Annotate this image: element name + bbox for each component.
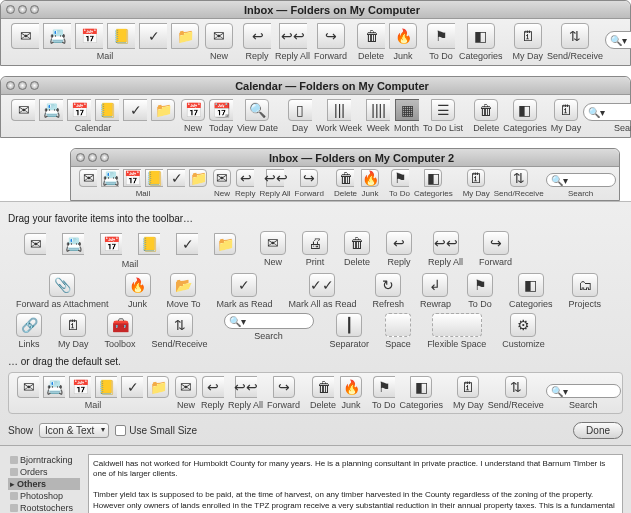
todo-button[interactable]: ⚑To Do — [427, 23, 455, 61]
search-input[interactable] — [627, 35, 631, 46]
close-icon[interactable] — [76, 153, 85, 162]
new-button[interactable]: ✉︎New — [205, 23, 233, 61]
pal-flexible-space[interactable]: Flexible Space — [427, 313, 486, 349]
pal-customize[interactable]: ⚙︎Customize — [502, 313, 545, 349]
folder-item[interactable]: Photoshop — [8, 490, 80, 502]
view-projects-button[interactable]: 📁 — [151, 99, 175, 121]
pal-space[interactable]: Space — [385, 313, 411, 349]
zoom-icon[interactable] — [100, 153, 109, 162]
customize-sheet: Drag your favorite items into the toolba… — [0, 201, 631, 445]
mini-junk[interactable]: 🔥Junk — [361, 169, 379, 198]
search-field[interactable]: 🔍▾ — [583, 103, 631, 121]
pal-mark-all-read[interactable]: ✓✓Mark All as Read — [288, 273, 356, 309]
zoom-icon[interactable] — [30, 81, 39, 90]
pal-forward-attachment[interactable]: 📎Forward as Attachment — [16, 273, 109, 309]
folder-item[interactable]: Orders — [8, 466, 80, 478]
folder-item[interactable]: Bjorntracking — [8, 454, 80, 466]
pal-mail-group[interactable]: ✉︎ 📇 📅 📒 ✓ 📁 Mail — [16, 231, 244, 269]
mini-sendreceive[interactable]: ⇅Send/Receive — [494, 169, 544, 198]
view-address-button[interactable]: 📇 — [39, 99, 63, 121]
view-notes-button[interactable]: 📒 — [107, 23, 135, 49]
pal-mark-read[interactable]: ✓Mark as Read — [216, 273, 272, 309]
junk-button[interactable]: 🔥Junk — [389, 23, 417, 61]
minimize-icon[interactable] — [88, 153, 97, 162]
categories-button[interactable]: ◧Categories — [459, 23, 503, 61]
pal-new[interactable]: ✉︎New — [260, 231, 286, 269]
delete-button[interactable]: 🗑Delete — [357, 23, 385, 61]
minimize-icon[interactable] — [18, 81, 27, 90]
new-button[interactable]: 📅New — [181, 99, 205, 133]
view-date-button[interactable]: 🔍View Date — [237, 99, 278, 133]
view-address-button[interactable]: 📇 — [43, 23, 71, 49]
mini-todo[interactable]: ⚑To Do — [389, 169, 410, 198]
today-button[interactable]: 📆Today — [209, 99, 233, 133]
close-icon[interactable] — [6, 81, 15, 90]
search-input[interactable] — [568, 175, 608, 186]
v-cal[interactable]: 📅 — [123, 169, 141, 187]
minimize-icon[interactable] — [18, 5, 27, 14]
reply-all-button[interactable]: ↩︎↩︎Reply All — [275, 23, 310, 61]
pal-reply-all[interactable]: ↩︎↩︎Reply All — [428, 231, 463, 269]
pal-search[interactable]: 🔍▾ Search — [224, 313, 314, 349]
search-field[interactable]: 🔍▾ — [605, 31, 631, 49]
pal-forward[interactable]: ↪︎Forward — [479, 231, 512, 269]
pal-refresh[interactable]: ↻Refresh — [372, 273, 404, 309]
view-calendar-button[interactable]: 📅 — [67, 99, 91, 121]
view-notes-button[interactable]: 📒 — [95, 99, 119, 121]
search-field[interactable]: 🔍▾ — [546, 173, 616, 187]
v-proj[interactable]: 📁 — [189, 169, 207, 187]
mini-myday[interactable]: 🗓My Day — [463, 169, 490, 198]
pal-reply[interactable]: ↩︎Reply — [386, 231, 412, 269]
mini-reply[interactable]: ↩︎Reply — [235, 169, 255, 198]
view-projects-button[interactable]: 📁 — [171, 23, 199, 49]
pal-toolbox[interactable]: 🧰Toolbox — [105, 313, 136, 349]
pal-delete[interactable]: 🗑Delete — [344, 231, 370, 269]
workweek-button[interactable]: |||Work Week — [316, 99, 362, 133]
view-mail-button[interactable]: ✉︎ — [11, 23, 39, 49]
categories-button[interactable]: ◧Categories — [503, 99, 547, 133]
mini-categories[interactable]: ◧Categories — [414, 169, 453, 198]
forward-button[interactable]: ↪︎Forward — [314, 23, 347, 61]
myday-button[interactable]: 🗓My Day — [551, 99, 582, 133]
done-button[interactable]: Done — [573, 422, 623, 439]
pal-move-to[interactable]: 📂Move To — [167, 273, 201, 309]
default-toolbar-set[interactable]: ✉︎ 📇 📅 📒 ✓ 📁 Mail ✉︎New ↩︎Reply ↩︎↩︎Repl… — [8, 372, 623, 414]
view-calendar-button[interactable]: 📅 — [75, 23, 103, 49]
search-input[interactable] — [605, 107, 631, 118]
todo-list-button[interactable]: ☰To Do List — [423, 99, 463, 133]
delete-button[interactable]: 🗑Delete — [473, 99, 499, 133]
day-button[interactable]: ▯Day — [288, 99, 312, 133]
zoom-icon[interactable] — [30, 5, 39, 14]
month-button[interactable]: ▦Month — [394, 99, 419, 133]
pal-links[interactable]: 🔗Links — [16, 313, 42, 349]
v-notes[interactable]: 📒 — [145, 169, 163, 187]
reply-button[interactable]: ↩︎Reply — [243, 23, 271, 61]
view-tasks-button[interactable]: ✓ — [123, 99, 147, 121]
v-addr[interactable]: 📇 — [101, 169, 119, 187]
pal-separator[interactable]: ┃Separator — [330, 313, 370, 349]
pal-categories[interactable]: ◧Categories — [509, 273, 553, 309]
pal-junk[interactable]: 🔥Junk — [125, 273, 151, 309]
pal-print[interactable]: 🖨Print — [302, 231, 328, 269]
week-button[interactable]: ||||Week — [366, 99, 390, 133]
view-tasks-button[interactable]: ✓ — [139, 23, 167, 49]
v-task[interactable]: ✓ — [167, 169, 185, 187]
close-icon[interactable] — [6, 5, 15, 14]
pal-rewrap[interactable]: ↲Rewrap — [420, 273, 451, 309]
mini-forward[interactable]: ↪︎Forward — [295, 169, 324, 198]
pal-send-receive[interactable]: ⇅Send/Receive — [152, 313, 208, 349]
view-mail-button[interactable]: ✉︎ — [11, 99, 35, 121]
use-small-checkbox[interactable]: Use Small Size — [115, 425, 197, 436]
v-mail[interactable]: ✉︎ — [79, 169, 97, 187]
pal-todo[interactable]: ⚑To Do — [467, 273, 493, 309]
myday-button[interactable]: 🗓My Day — [513, 23, 544, 61]
pal-projects[interactable]: 🗂Projects — [569, 273, 602, 309]
mini-replyall[interactable]: ↩︎↩︎Reply All — [259, 169, 290, 198]
mini-delete[interactable]: 🗑Delete — [334, 169, 357, 198]
show-mode-popup[interactable]: Icon & Text — [39, 423, 109, 438]
pal-myday[interactable]: 🗓My Day — [58, 313, 89, 349]
mini-new[interactable]: ✉︎New — [213, 169, 231, 198]
folder-item-selected[interactable]: ▸ Others — [8, 478, 80, 490]
folder-item[interactable]: Rootstochers — [8, 502, 80, 513]
send-receive-button[interactable]: ⇅Send/Receive — [547, 23, 603, 61]
